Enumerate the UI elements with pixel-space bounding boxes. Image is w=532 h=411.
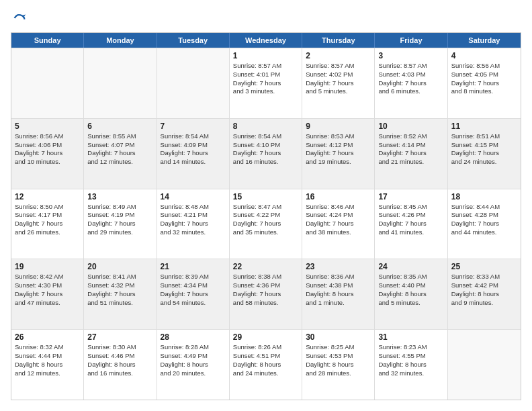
calendar-cell <box>448 330 521 400</box>
cell-info-line: and 16 minutes. <box>233 158 298 167</box>
day-number: 21 <box>161 262 226 271</box>
day-number: 5 <box>15 122 80 131</box>
cell-info-line: Daylight: 7 hours <box>233 290 298 299</box>
calendar-body: 1Sunrise: 8:57 AMSunset: 4:01 PMDaylight… <box>11 48 521 400</box>
cell-info-line: Daylight: 7 hours <box>87 149 152 158</box>
cell-info-line: Sunset: 4:46 PM <box>87 352 152 361</box>
cell-info-line: Sunrise: 8:55 AM <box>87 132 152 141</box>
calendar-cell <box>157 48 230 118</box>
cell-info-line: Sunset: 4:06 PM <box>15 141 80 150</box>
calendar-cell: 29Sunrise: 8:26 AMSunset: 4:51 PMDayligh… <box>230 330 302 400</box>
cell-info-line: Sunrise: 8:30 AM <box>87 343 152 352</box>
weekday-header: Wednesday <box>230 33 302 48</box>
cell-info-line: Daylight: 7 hours <box>451 79 517 88</box>
cell-info-line: Sunset: 4:17 PM <box>15 211 80 220</box>
day-number: 26 <box>15 332 80 342</box>
cell-info-line: Sunset: 4:10 PM <box>233 141 298 150</box>
calendar-cell: 26Sunrise: 8:32 AMSunset: 4:44 PMDayligh… <box>11 330 84 400</box>
day-number: 4 <box>451 51 517 60</box>
cell-info-line: and 32 minutes. <box>378 369 443 378</box>
cell-info-line: and 12 minutes. <box>15 369 80 378</box>
day-number: 10 <box>378 122 443 131</box>
cell-info-line: Daylight: 7 hours <box>451 220 517 228</box>
cell-info-line: Daylight: 8 hours <box>451 290 517 299</box>
cell-info-line: Daylight: 7 hours <box>233 220 298 228</box>
cell-info-line: and 51 minutes. <box>87 299 152 308</box>
cell-info-line: Daylight: 8 hours <box>161 361 226 369</box>
calendar-cell: 7Sunrise: 8:54 AMSunset: 4:09 PMDaylight… <box>157 119 230 189</box>
calendar-cell: 11Sunrise: 8:51 AMSunset: 4:15 PMDayligh… <box>448 119 521 189</box>
cell-info-line: Sunrise: 8:56 AM <box>15 132 80 141</box>
cell-info-line: and 16 minutes. <box>87 369 152 378</box>
calendar-cell: 22Sunrise: 8:38 AMSunset: 4:36 PMDayligh… <box>230 259 302 329</box>
cell-info-line: Daylight: 7 hours <box>378 149 443 158</box>
cell-info-line: Sunset: 4:30 PM <box>15 281 80 290</box>
cell-info-line: Sunrise: 8:47 AM <box>233 203 298 212</box>
calendar-cell: 13Sunrise: 8:49 AMSunset: 4:19 PMDayligh… <box>84 189 157 259</box>
day-number: 8 <box>233 122 298 131</box>
cell-info-line: Sunrise: 8:45 AM <box>378 203 443 212</box>
cell-info-line: Sunset: 4:02 PM <box>306 71 371 79</box>
cell-info-line: Sunset: 4:22 PM <box>233 211 298 220</box>
cell-info-line: Sunrise: 8:23 AM <box>378 343 443 352</box>
cell-info-line: Sunrise: 8:51 AM <box>451 132 517 141</box>
day-number: 3 <box>378 51 443 60</box>
cell-info-line: Sunrise: 8:54 AM <box>161 132 226 141</box>
cell-info-line: Daylight: 7 hours <box>161 149 226 158</box>
calendar-row: 26Sunrise: 8:32 AMSunset: 4:44 PMDayligh… <box>11 329 521 400</box>
day-number: 31 <box>378 332 443 342</box>
calendar-cell: 19Sunrise: 8:42 AMSunset: 4:30 PMDayligh… <box>11 259 84 329</box>
calendar-row: 19Sunrise: 8:42 AMSunset: 4:30 PMDayligh… <box>11 259 521 329</box>
weekday-header: Sunday <box>11 33 84 48</box>
day-number: 12 <box>15 192 80 201</box>
cell-info-line: Sunrise: 8:57 AM <box>233 62 298 71</box>
calendar-header: SundayMondayTuesdayWednesdayThursdayFrid… <box>11 33 521 48</box>
cell-info-line: and 26 minutes. <box>15 228 80 237</box>
calendar-cell: 25Sunrise: 8:33 AMSunset: 4:42 PMDayligh… <box>448 259 521 329</box>
day-number: 11 <box>451 122 517 131</box>
calendar-cell: 3Sunrise: 8:57 AMSunset: 4:03 PMDaylight… <box>375 48 447 118</box>
calendar-cell: 18Sunrise: 8:44 AMSunset: 4:28 PMDayligh… <box>448 189 521 259</box>
cell-info-line: Sunrise: 8:54 AM <box>233 132 298 141</box>
cell-info-line: and 24 minutes. <box>233 369 298 378</box>
day-number: 2 <box>306 51 371 60</box>
cell-info-line: Sunrise: 8:42 AM <box>15 273 80 281</box>
weekday-header: Friday <box>375 33 447 48</box>
cell-info-line: Sunrise: 8:57 AM <box>378 62 443 71</box>
cell-info-line: and 54 minutes. <box>161 299 226 308</box>
cell-info-line: and 21 minutes. <box>378 158 443 167</box>
cell-info-line: Sunset: 4:44 PM <box>15 352 80 361</box>
weekday-header: Thursday <box>302 33 375 48</box>
cell-info-line: Sunset: 4:01 PM <box>233 71 298 79</box>
day-number: 13 <box>87 192 152 201</box>
cell-info-line: and 3 minutes. <box>233 87 298 96</box>
cell-info-line: and 20 minutes. <box>161 369 226 378</box>
cell-info-line: and 9 minutes. <box>451 299 517 308</box>
cell-info-line: Sunrise: 8:46 AM <box>306 203 371 212</box>
calendar-cell: 24Sunrise: 8:35 AMSunset: 4:40 PMDayligh… <box>375 259 447 329</box>
day-number: 23 <box>306 262 371 271</box>
cell-info-line: Sunset: 4:03 PM <box>378 71 443 79</box>
cell-info-line: Sunrise: 8:44 AM <box>451 203 517 212</box>
calendar-row: 1Sunrise: 8:57 AMSunset: 4:01 PMDaylight… <box>11 48 521 118</box>
cell-info-line: Sunrise: 8:53 AM <box>306 132 371 141</box>
cell-info-line: Sunrise: 8:28 AM <box>161 343 226 352</box>
day-number: 9 <box>306 122 371 131</box>
cell-info-line: Daylight: 7 hours <box>378 79 443 88</box>
cell-info-line: Daylight: 7 hours <box>233 149 298 158</box>
cell-info-line: Sunset: 4:26 PM <box>378 211 443 220</box>
calendar-cell: 6Sunrise: 8:55 AMSunset: 4:07 PMDaylight… <box>84 119 157 189</box>
cell-info-line: and 5 minutes. <box>378 299 443 308</box>
cell-info-line: Sunset: 4:53 PM <box>306 352 371 361</box>
cell-info-line: and 29 minutes. <box>87 228 152 237</box>
cell-info-line: Sunrise: 8:50 AM <box>15 203 80 212</box>
cell-info-line: Sunset: 4:55 PM <box>378 352 443 361</box>
weekday-header: Tuesday <box>157 33 230 48</box>
calendar-cell: 31Sunrise: 8:23 AMSunset: 4:55 PMDayligh… <box>375 330 447 400</box>
cell-info-line: Sunrise: 8:57 AM <box>306 62 371 71</box>
day-number: 30 <box>306 332 371 342</box>
calendar-cell: 8Sunrise: 8:54 AMSunset: 4:10 PMDaylight… <box>230 119 302 189</box>
cell-info-line: Sunset: 4:14 PM <box>378 141 443 150</box>
cell-info-line: Daylight: 8 hours <box>378 290 443 299</box>
cell-info-line: Daylight: 7 hours <box>161 290 226 299</box>
